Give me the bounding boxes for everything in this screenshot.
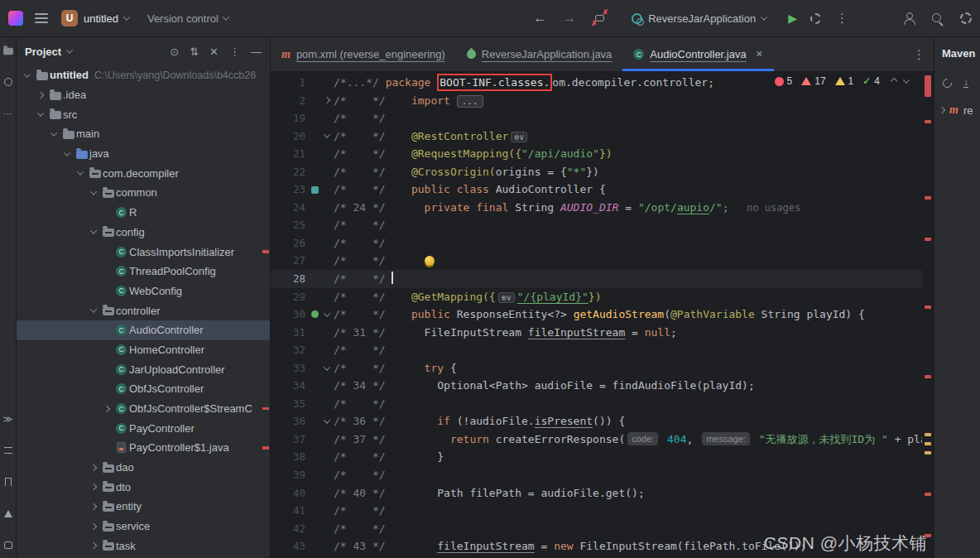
tree-chevron-icon[interactable] xyxy=(86,190,100,195)
build-error-icon[interactable]: ✗ ✗ xyxy=(592,11,608,26)
code-line[interactable]: 27/* */ xyxy=(271,252,934,270)
problems-tool-icon[interactable] xyxy=(2,507,15,520)
tree-chevron-icon[interactable] xyxy=(86,484,100,489)
code-line[interactable]: 31/* 31 */ FileInputStream fileInputStre… xyxy=(271,324,934,342)
code-line[interactable]: 41/* */ xyxy=(271,502,934,520)
url-inlay-icon[interactable]: ⊕∨ xyxy=(498,292,515,303)
locate-file-icon[interactable]: ⊙ xyxy=(170,46,179,58)
search-icon[interactable] xyxy=(931,12,944,25)
tab-audiocontroller-java[interactable]: CAudioController.java✕ xyxy=(622,37,774,71)
tree-item-audiocontroller[interactable]: CAudioController xyxy=(17,320,270,340)
folded-code-placeholder[interactable]: ... xyxy=(457,95,483,108)
typos-count[interactable]: ✓ 4 xyxy=(862,75,880,87)
tab-options-icon[interactable]: ⋮ xyxy=(913,47,925,62)
settings-gear-icon[interactable] xyxy=(960,12,972,24)
fold-toggle-icon[interactable] xyxy=(320,127,334,146)
code-line[interactable]: 23/* */ public class AudioController { xyxy=(271,180,934,199)
tree-item-obfjscontroller-streamc[interactable]: CObfJsController$StreamC xyxy=(17,399,270,419)
code-line[interactable]: 22/* */ @CrossOrigin(origins = {"*"}) xyxy=(271,163,934,181)
fold-toggle-icon[interactable] xyxy=(320,359,334,378)
vcs-widget[interactable]: Version control xyxy=(147,12,228,25)
more-tool-windows-icon[interactable]: ≫ xyxy=(2,412,15,426)
tree-item-obfjscontroller[interactable]: CObfJsController xyxy=(17,379,270,399)
project-widget[interactable]: U untitled xyxy=(61,10,129,26)
tree-chevron-icon[interactable] xyxy=(33,112,47,117)
commit-tool-icon[interactable] xyxy=(2,75,15,89)
tree-item-paycontroller[interactable]: CPayController xyxy=(17,418,270,438)
main-menu-icon[interactable] xyxy=(35,13,48,23)
tree-chevron-icon[interactable] xyxy=(46,132,60,137)
tree-chevron-icon[interactable] xyxy=(86,465,100,470)
tree-item-webconfig[interactable]: CWebConfig xyxy=(17,281,270,301)
structure-tool-icon[interactable] xyxy=(2,444,15,457)
tree-item-controller[interactable]: controller xyxy=(17,301,270,320)
tree-chevron-icon[interactable] xyxy=(20,73,34,78)
debug-icon[interactable] xyxy=(810,13,821,24)
tree-item-idea[interactable]: .idea xyxy=(17,85,270,105)
intention-bulb-icon[interactable] xyxy=(425,256,435,266)
code-line[interactable]: 33/* */ try { xyxy=(271,359,934,378)
maven-project-item[interactable]: m re xyxy=(934,103,980,117)
code-line[interactable]: 34/* 34 */ Optional<Path> audioFile = fi… xyxy=(271,377,934,395)
project-tool-icon[interactable] xyxy=(2,44,15,57)
tree-chevron-icon[interactable] xyxy=(86,524,100,529)
back-icon[interactable]: ← xyxy=(533,10,547,26)
code-line[interactable]: 30/* */ public ResponseEntity<?> getAudi… xyxy=(271,305,934,324)
code-line[interactable]: 26/* */ xyxy=(271,234,934,253)
next-problem-icon[interactable] xyxy=(903,76,910,83)
url-inlay-icon[interactable]: ⊕∨ xyxy=(511,132,527,142)
tree-chevron-icon[interactable] xyxy=(33,93,47,98)
tree-item-config[interactable]: config xyxy=(17,223,270,243)
code-line[interactable]: 2/* */ import ... xyxy=(271,92,934,110)
collapse-all-icon[interactable]: ✕ xyxy=(209,46,219,58)
tree-item-src[interactable]: src xyxy=(17,104,270,124)
code-line[interactable]: 35/* */ xyxy=(271,395,934,413)
maven-download-icon[interactable]: ↓ xyxy=(963,78,968,88)
tab-pom-xml-reverse-engineering[interactable]: mpom.xml (reverse_engineering) xyxy=(271,37,456,71)
tree-item-task[interactable]: task xyxy=(17,536,270,556)
tree-item-main[interactable]: main xyxy=(17,124,270,144)
tree-item-untitled[interactable]: untitledC:\Users\yang\Downloads\b4ccb26 xyxy=(17,65,270,85)
tree-chevron-icon[interactable] xyxy=(73,171,87,176)
tree-item-r[interactable]: CR xyxy=(17,203,270,223)
tree-item-dto[interactable]: dto xyxy=(17,477,270,497)
bookmarks-tool-icon[interactable] xyxy=(2,475,15,488)
fold-toggle-icon[interactable] xyxy=(320,305,334,324)
code-line[interactable]: 24/* 24 */ private final String AUDIO_DI… xyxy=(271,199,934,217)
code-line[interactable]: 21/* */ @RequestMapping({"/api/audio"}) xyxy=(271,145,934,163)
tree-item-paycontroller-1-java[interactable]: PayController$1.java xyxy=(17,438,270,458)
tree-chevron-icon[interactable] xyxy=(99,406,113,411)
tree-item-dao[interactable]: dao xyxy=(17,458,270,478)
error-stripe[interactable] xyxy=(922,72,934,558)
code-line[interactable]: 36/* 36 */ if (!audioFile.isPresent()) { xyxy=(271,412,934,431)
fold-toggle-icon[interactable] xyxy=(320,92,334,110)
code-line[interactable]: 37/* 37 */ return createErrorResponse(co… xyxy=(271,431,934,449)
tree-item-classimportsinitializer[interactable]: CClassImportsInitializer xyxy=(17,242,270,262)
run-config-widget[interactable]: ReverseJarApplication xyxy=(625,9,773,28)
tree-chevron-icon[interactable] xyxy=(86,308,100,313)
tree-chevron-icon[interactable] xyxy=(86,504,100,509)
expand-collapse-icon[interactable]: ⇅ xyxy=(190,46,199,58)
close-tab-icon[interactable]: ✕ xyxy=(756,49,763,60)
tree-item-jaruploadcontroller[interactable]: CJarUploadController xyxy=(17,359,270,379)
code-editor[interactable]: 1/*...*/ package BOOT-INF.classes.om.dec… xyxy=(271,72,934,558)
terminal-tool-icon[interactable] xyxy=(2,538,15,551)
weak-warnings-count[interactable]: 1 xyxy=(835,75,854,87)
tab-reversejarapplication-java[interactable]: ReverseJarApplication.java xyxy=(456,37,623,71)
tree-item-service[interactable]: service xyxy=(17,517,270,536)
code-line[interactable]: 25/* */ xyxy=(271,216,934,234)
chevron-down-icon[interactable] xyxy=(66,46,73,53)
code-line[interactable]: 38/* */ } xyxy=(271,448,934,466)
inspections-widget[interactable]: 5 17 1 ✓ 4 xyxy=(768,74,915,89)
code-line[interactable]: 28/* */ xyxy=(271,270,934,288)
tree-item-homecontroller[interactable]: CHomeController xyxy=(17,340,270,360)
tree-item-com-decompiler[interactable]: com.decompiler xyxy=(17,163,270,183)
more-tools-icon[interactable]: ⋯ xyxy=(2,107,15,120)
maven-refresh-icon[interactable] xyxy=(941,76,954,89)
run-button[interactable]: ▶ xyxy=(788,12,797,25)
code-with-me-icon[interactable] xyxy=(903,12,915,24)
more-actions-icon[interactable]: ⋮ xyxy=(836,11,848,26)
tree-item-entity[interactable]: entity xyxy=(17,497,270,517)
warnings-count[interactable]: 17 xyxy=(801,75,825,87)
prev-problem-icon[interactable] xyxy=(891,78,897,84)
